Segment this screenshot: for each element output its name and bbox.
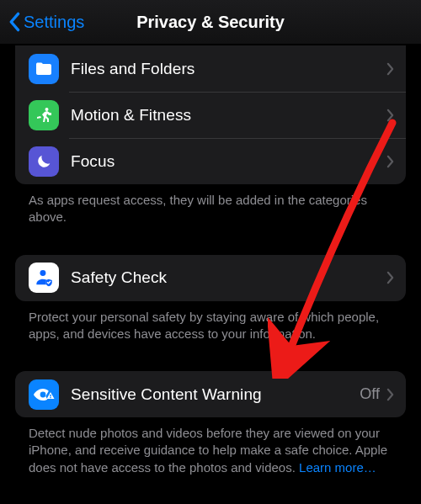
row-label: Files and Folders	[71, 60, 386, 78]
row-label: Focus	[71, 152, 386, 171]
svg-rect-3	[50, 394, 51, 396]
safety-check-icon	[29, 263, 59, 293]
row-motion-fitness[interactable]: Motion & Fitness	[15, 92, 406, 138]
row-label: Motion & Fitness	[71, 106, 386, 125]
settings-group-sensitive: Sensitive Content Warning Off	[15, 371, 406, 417]
chevron-right-icon	[386, 109, 394, 122]
svg-point-4	[50, 396, 51, 398]
row-safety-check[interactable]: Safety Check	[15, 255, 406, 301]
row-focus[interactable]: Focus	[15, 138, 406, 184]
folder-icon	[29, 54, 59, 84]
group-footer: As apps request access, they will be add…	[15, 184, 406, 226]
row-value: Off	[360, 385, 380, 403]
svg-point-2	[40, 391, 46, 397]
row-label: Sensitive Content Warning	[71, 385, 360, 404]
chevron-right-icon	[386, 271, 394, 284]
running-icon	[29, 100, 59, 130]
chevron-right-icon	[386, 388, 394, 401]
row-files-and-folders[interactable]: Files and Folders	[15, 45, 406, 92]
moon-icon	[29, 146, 59, 177]
settings-group-app-access: Files and Folders Motion & Fitness Focus	[15, 45, 406, 184]
learn-more-link[interactable]: Learn more…	[299, 460, 376, 475]
back-label: Settings	[24, 13, 84, 32]
settings-group-safety: Safety Check	[15, 255, 406, 301]
row-sensitive-content-warning[interactable]: Sensitive Content Warning Off	[15, 371, 406, 417]
chevron-right-icon	[386, 62, 394, 76]
svg-point-0	[45, 108, 49, 111]
chevron-right-icon	[386, 155, 394, 168]
group-footer: Detect nude photos and videos before the…	[15, 417, 406, 476]
eye-warning-icon	[29, 379, 59, 410]
svg-point-1	[40, 270, 45, 276]
nav-bar: Settings Privacy & Security	[0, 0, 421, 44]
back-button[interactable]: Settings	[0, 12, 84, 32]
chevron-left-icon	[8, 12, 22, 32]
row-label: Safety Check	[71, 268, 386, 287]
group-footer: Protect your personal safety by staying …	[15, 301, 406, 343]
